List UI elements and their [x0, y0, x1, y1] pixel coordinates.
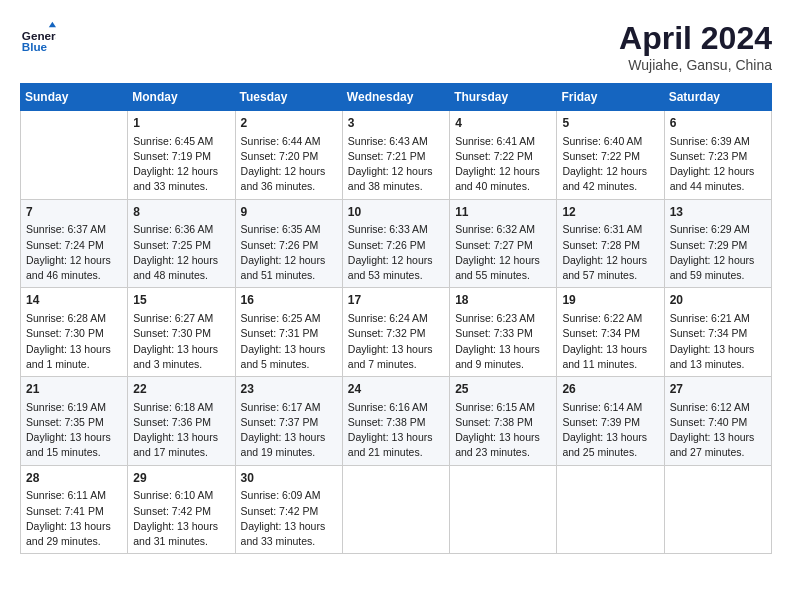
cell-info: Sunrise: 6:23 AM Sunset: 7:33 PM Dayligh…: [455, 311, 551, 372]
day-number: 24: [348, 381, 444, 398]
cell-info: Sunrise: 6:39 AM Sunset: 7:23 PM Dayligh…: [670, 134, 766, 195]
day-number: 8: [133, 204, 229, 221]
cell-info: Sunrise: 6:18 AM Sunset: 7:36 PM Dayligh…: [133, 400, 229, 461]
calendar-cell: 22Sunrise: 6:18 AM Sunset: 7:36 PM Dayli…: [128, 377, 235, 466]
calendar-cell: 8Sunrise: 6:36 AM Sunset: 7:25 PM Daylig…: [128, 199, 235, 288]
day-number: 30: [241, 470, 337, 487]
day-of-week-header: Thursday: [450, 84, 557, 111]
day-number: 9: [241, 204, 337, 221]
day-of-week-header: Friday: [557, 84, 664, 111]
day-number: 14: [26, 292, 122, 309]
calendar-cell: 9Sunrise: 6:35 AM Sunset: 7:26 PM Daylig…: [235, 199, 342, 288]
svg-marker-2: [49, 22, 56, 27]
cell-info: Sunrise: 6:11 AM Sunset: 7:41 PM Dayligh…: [26, 488, 122, 549]
cell-info: Sunrise: 6:21 AM Sunset: 7:34 PM Dayligh…: [670, 311, 766, 372]
day-number: 15: [133, 292, 229, 309]
calendar-cell: 16Sunrise: 6:25 AM Sunset: 7:31 PM Dayli…: [235, 288, 342, 377]
day-number: 5: [562, 115, 658, 132]
cell-info: Sunrise: 6:37 AM Sunset: 7:24 PM Dayligh…: [26, 222, 122, 283]
cell-info: Sunrise: 6:36 AM Sunset: 7:25 PM Dayligh…: [133, 222, 229, 283]
day-number: 19: [562, 292, 658, 309]
day-number: 26: [562, 381, 658, 398]
day-number: 3: [348, 115, 444, 132]
calendar-cell: 4Sunrise: 6:41 AM Sunset: 7:22 PM Daylig…: [450, 111, 557, 200]
calendar-cell: 27Sunrise: 6:12 AM Sunset: 7:40 PM Dayli…: [664, 377, 771, 466]
day-number: 11: [455, 204, 551, 221]
cell-info: Sunrise: 6:29 AM Sunset: 7:29 PM Dayligh…: [670, 222, 766, 283]
cell-info: Sunrise: 6:14 AM Sunset: 7:39 PM Dayligh…: [562, 400, 658, 461]
day-number: 17: [348, 292, 444, 309]
cell-info: Sunrise: 6:22 AM Sunset: 7:34 PM Dayligh…: [562, 311, 658, 372]
day-number: 6: [670, 115, 766, 132]
day-of-week-header: Wednesday: [342, 84, 449, 111]
cell-info: Sunrise: 6:10 AM Sunset: 7:42 PM Dayligh…: [133, 488, 229, 549]
day-number: 16: [241, 292, 337, 309]
logo-icon: General Blue: [20, 20, 56, 56]
day-of-week-header: Tuesday: [235, 84, 342, 111]
calendar-cell: 19Sunrise: 6:22 AM Sunset: 7:34 PM Dayli…: [557, 288, 664, 377]
calendar-cell: 26Sunrise: 6:14 AM Sunset: 7:39 PM Dayli…: [557, 377, 664, 466]
calendar-cell: 17Sunrise: 6:24 AM Sunset: 7:32 PM Dayli…: [342, 288, 449, 377]
cell-info: Sunrise: 6:33 AM Sunset: 7:26 PM Dayligh…: [348, 222, 444, 283]
day-number: 20: [670, 292, 766, 309]
calendar-cell: 11Sunrise: 6:32 AM Sunset: 7:27 PM Dayli…: [450, 199, 557, 288]
calendar-cell: 25Sunrise: 6:15 AM Sunset: 7:38 PM Dayli…: [450, 377, 557, 466]
calendar-cell: 15Sunrise: 6:27 AM Sunset: 7:30 PM Dayli…: [128, 288, 235, 377]
day-number: 22: [133, 381, 229, 398]
calendar-cell: 14Sunrise: 6:28 AM Sunset: 7:30 PM Dayli…: [21, 288, 128, 377]
day-of-week-header: Saturday: [664, 84, 771, 111]
day-number: 10: [348, 204, 444, 221]
calendar-week-row: 21Sunrise: 6:19 AM Sunset: 7:35 PM Dayli…: [21, 377, 772, 466]
calendar-cell: 6Sunrise: 6:39 AM Sunset: 7:23 PM Daylig…: [664, 111, 771, 200]
calendar-cell: 30Sunrise: 6:09 AM Sunset: 7:42 PM Dayli…: [235, 465, 342, 554]
day-number: 2: [241, 115, 337, 132]
calendar-table: SundayMondayTuesdayWednesdayThursdayFrid…: [20, 83, 772, 554]
logo: General Blue: [20, 20, 56, 56]
day-number: 23: [241, 381, 337, 398]
page-header: General Blue April 2024 Wujiahe, Gansu, …: [20, 20, 772, 73]
calendar-cell: 24Sunrise: 6:16 AM Sunset: 7:38 PM Dayli…: [342, 377, 449, 466]
calendar-cell: 3Sunrise: 6:43 AM Sunset: 7:21 PM Daylig…: [342, 111, 449, 200]
day-of-week-header: Sunday: [21, 84, 128, 111]
cell-info: Sunrise: 6:40 AM Sunset: 7:22 PM Dayligh…: [562, 134, 658, 195]
calendar-week-row: 14Sunrise: 6:28 AM Sunset: 7:30 PM Dayli…: [21, 288, 772, 377]
calendar-cell: [557, 465, 664, 554]
calendar-week-row: 28Sunrise: 6:11 AM Sunset: 7:41 PM Dayli…: [21, 465, 772, 554]
calendar-cell: [664, 465, 771, 554]
calendar-cell: [21, 111, 128, 200]
calendar-cell: [342, 465, 449, 554]
day-number: 28: [26, 470, 122, 487]
calendar-cell: 21Sunrise: 6:19 AM Sunset: 7:35 PM Dayli…: [21, 377, 128, 466]
calendar-week-row: 1Sunrise: 6:45 AM Sunset: 7:19 PM Daylig…: [21, 111, 772, 200]
calendar-week-row: 7Sunrise: 6:37 AM Sunset: 7:24 PM Daylig…: [21, 199, 772, 288]
cell-info: Sunrise: 6:35 AM Sunset: 7:26 PM Dayligh…: [241, 222, 337, 283]
cell-info: Sunrise: 6:19 AM Sunset: 7:35 PM Dayligh…: [26, 400, 122, 461]
day-number: 25: [455, 381, 551, 398]
cell-info: Sunrise: 6:31 AM Sunset: 7:28 PM Dayligh…: [562, 222, 658, 283]
calendar-cell: 12Sunrise: 6:31 AM Sunset: 7:28 PM Dayli…: [557, 199, 664, 288]
cell-info: Sunrise: 6:45 AM Sunset: 7:19 PM Dayligh…: [133, 134, 229, 195]
calendar-header-row: SundayMondayTuesdayWednesdayThursdayFrid…: [21, 84, 772, 111]
calendar-cell: 23Sunrise: 6:17 AM Sunset: 7:37 PM Dayli…: [235, 377, 342, 466]
cell-info: Sunrise: 6:16 AM Sunset: 7:38 PM Dayligh…: [348, 400, 444, 461]
month-title: April 2024: [619, 20, 772, 57]
calendar-cell: 7Sunrise: 6:37 AM Sunset: 7:24 PM Daylig…: [21, 199, 128, 288]
calendar-cell: 18Sunrise: 6:23 AM Sunset: 7:33 PM Dayli…: [450, 288, 557, 377]
cell-info: Sunrise: 6:44 AM Sunset: 7:20 PM Dayligh…: [241, 134, 337, 195]
calendar-cell: [450, 465, 557, 554]
day-number: 7: [26, 204, 122, 221]
day-number: 4: [455, 115, 551, 132]
day-number: 27: [670, 381, 766, 398]
cell-info: Sunrise: 6:12 AM Sunset: 7:40 PM Dayligh…: [670, 400, 766, 461]
cell-info: Sunrise: 6:25 AM Sunset: 7:31 PM Dayligh…: [241, 311, 337, 372]
day-number: 18: [455, 292, 551, 309]
cell-info: Sunrise: 6:09 AM Sunset: 7:42 PM Dayligh…: [241, 488, 337, 549]
day-number: 12: [562, 204, 658, 221]
calendar-cell: 1Sunrise: 6:45 AM Sunset: 7:19 PM Daylig…: [128, 111, 235, 200]
day-number: 29: [133, 470, 229, 487]
cell-info: Sunrise: 6:28 AM Sunset: 7:30 PM Dayligh…: [26, 311, 122, 372]
day-number: 1: [133, 115, 229, 132]
calendar-cell: 29Sunrise: 6:10 AM Sunset: 7:42 PM Dayli…: [128, 465, 235, 554]
calendar-cell: 5Sunrise: 6:40 AM Sunset: 7:22 PM Daylig…: [557, 111, 664, 200]
location: Wujiahe, Gansu, China: [619, 57, 772, 73]
